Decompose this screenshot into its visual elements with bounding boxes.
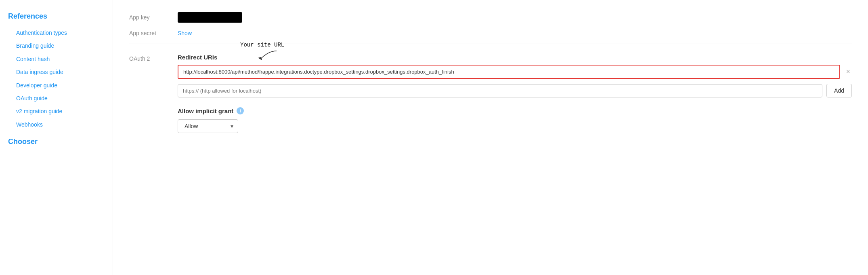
app-secret-row: App secret Show [129,30,852,36]
callout-text: Your site URL [240,42,284,48]
sidebar-item-developer-guide[interactable]: Developer guide [8,79,105,92]
existing-uri-value: http://localhost:8000/api/method/frappe.… [178,65,840,79]
oauth-section: OAuth 2 Redirect URIs Your site URL [129,54,852,133]
grant-label-row: Allow implicit grant i [178,107,852,114]
sidebar-item-oauth-guide[interactable]: OAuth guide [8,92,105,105]
oauth-content: Redirect URIs Your site URL http://local… [178,54,852,133]
app-key-label: App key [129,14,178,21]
sidebar-references-title[interactable]: References [8,12,105,21]
existing-uri-row: http://localhost:8000/api/method/frappe.… [178,65,852,79]
new-uri-input[interactable] [178,84,822,97]
sidebar: References Authentication types Branding… [0,0,113,275]
redirect-uris-header: Redirect URIs Your site URL [178,54,852,61]
callout-arrow-icon [252,49,281,61]
section-divider [129,44,852,44]
svg-marker-0 [258,57,262,60]
sidebar-item-content-hash[interactable]: Content hash [8,53,105,66]
sidebar-item-v2-migration-guide[interactable]: v2 migration guide [8,105,105,118]
sidebar-item-data-ingress-guide[interactable]: Data ingress guide [8,66,105,78]
sidebar-chooser-title[interactable]: Chooser [8,138,105,146]
sidebar-item-webhooks[interactable]: Webhooks [8,118,105,131]
app-secret-label: App secret [129,30,178,36]
app-secret-value: Show [178,30,192,36]
sidebar-item-authentication-types[interactable]: Authentication types [8,26,105,39]
sidebar-item-branding-guide[interactable]: Branding guide [8,39,105,52]
allow-implicit-select[interactable]: Allow Disallow [178,119,238,133]
app-key-row: App key [129,12,852,23]
app-key-redacted [178,12,242,23]
info-icon[interactable]: i [237,107,244,114]
allow-implicit-dropdown-wrapper: Allow Disallow ▾ [178,119,238,133]
sidebar-items-list: Authentication types Branding guide Cont… [8,26,105,131]
main-content: App key App secret Show OAuth 2 Redirect… [113,0,868,275]
show-secret-link[interactable]: Show [178,30,192,36]
add-uri-row: Add [178,84,852,97]
add-uri-button[interactable]: Add [826,84,852,97]
grant-label: Allow implicit grant [178,108,233,114]
sidebar-chooser-section: Chooser [8,138,105,146]
delete-uri-button[interactable]: × [844,66,852,78]
app-key-value [178,12,242,23]
redirect-uris-title: Redirect URIs [178,54,217,61]
oauth-label: OAuth 2 [129,54,166,133]
allow-implicit-grant-section: Allow implicit grant i Allow Disallow ▾ [178,107,852,133]
